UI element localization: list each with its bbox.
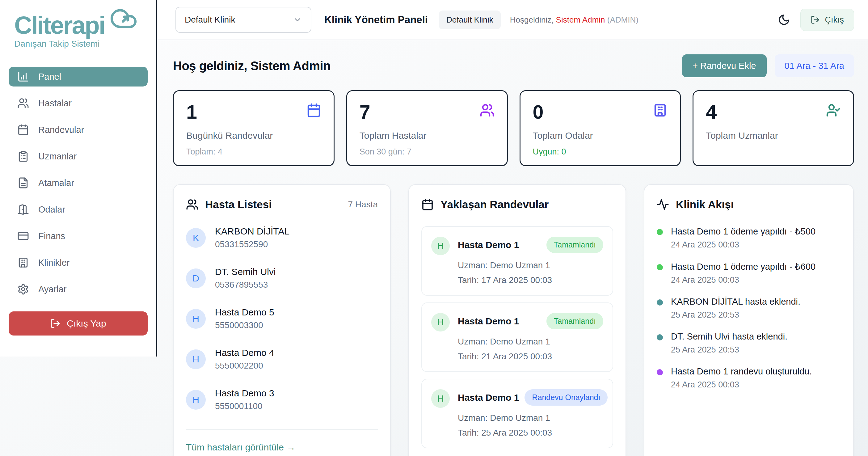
logout-icon — [50, 318, 61, 329]
sidebar-item-hastalar[interactable]: Hastalar — [9, 93, 148, 113]
appointment-patient-name: Hasta Demo 1 — [458, 316, 519, 327]
stat-card-total-experts: 4 Toplam Uzmanlar — [692, 90, 854, 166]
clinic-select[interactable]: Default Klinik — [176, 7, 311, 33]
patient-name: DT. Semih Ulvi — [215, 267, 276, 277]
avatar: H — [431, 389, 450, 408]
dashboard-panels: Hasta Listesi 7 Hasta K KARBON DİJİTAL 0… — [173, 184, 854, 456]
appointment-patient-name: Hasta Demo 1 — [458, 392, 519, 403]
user-check-icon — [826, 103, 841, 118]
logout-button[interactable]: Çıkış Yap — [9, 311, 148, 336]
sidebar-item-finans[interactable]: Finans — [9, 226, 148, 246]
clinic-flow-header: Klinik Akışı — [657, 198, 841, 211]
stat-cards: 1 Bugünkü Randevular Toplam: 4 7 Toplam … — [173, 90, 854, 166]
patient-list-item: H Hasta Demo 3 5550001100 — [186, 388, 378, 411]
patient-count-label: 7 Hasta — [348, 200, 378, 210]
avatar: H — [186, 390, 206, 410]
appointment-date: Tarih: 21 Ara 2025 00:03 — [458, 352, 603, 361]
activity-time: 25 Ara 2025 20:53 — [671, 345, 787, 355]
avatar: K — [186, 228, 206, 248]
sidebar-item-label: Ayarlar — [38, 284, 66, 295]
clipboard-list-icon — [17, 150, 29, 162]
stat-card-todays-appointments: 1 Bugünkü Randevular Toplam: 4 — [173, 90, 335, 166]
stat-label: Toplam Hastalar — [360, 130, 495, 141]
appointment-expert: Uzman: Demo Uzman 1 — [458, 337, 603, 346]
calendar-icon — [421, 198, 434, 211]
avatar: H — [186, 309, 206, 329]
main-content: Hoş geldiniz, Sistem Admin + Randevu Ekl… — [158, 41, 868, 456]
page-title: Klinik Yönetim Paneli — [324, 14, 428, 26]
activity-item: Hasta Demo 1 ödeme yapıldı - ₺600 24 Ara… — [657, 262, 841, 285]
view-all-patients-link[interactable]: Tüm hastaları görüntüle → — [186, 442, 296, 453]
avatar: H — [431, 237, 450, 255]
patient-name: KARBON DİJİTAL — [215, 226, 289, 237]
patient-list-footer: Tüm hastaları görüntüle → — [186, 429, 378, 453]
patient-name: Hasta Demo 3 — [215, 388, 274, 398]
welcome-user-name: Sistem Admin — [556, 15, 605, 24]
chevron-down-icon — [293, 15, 302, 24]
sidebar-item-klinikler[interactable]: Klinikler — [9, 253, 148, 272]
activity-time: 25 Ara 2025 20:53 — [671, 310, 800, 320]
activity-icon — [657, 198, 669, 211]
header-actions: + Randevu Ekle 01 Ara - 31 Ara — [682, 54, 854, 77]
stat-label: Toplam Uzmanlar — [706, 130, 841, 141]
activity-text: Hasta Demo 1 randevu oluşturuldu. — [671, 366, 812, 376]
bar-chart-icon — [17, 71, 29, 83]
stat-card-total-patients: 7 Toplam Hastalar Son 30 gün: 7 — [346, 90, 508, 166]
status-dot — [657, 334, 663, 340]
stat-sub: Son 30 gün: 7 — [360, 147, 495, 157]
patient-list-item: H Hasta Demo 5 5550003300 — [186, 307, 378, 330]
activity-text: Hasta Demo 1 ödeme yapıldı - ₺600 — [671, 262, 815, 272]
users-icon — [17, 97, 29, 109]
status-dot — [657, 264, 663, 270]
patient-phone: 5550003300 — [215, 321, 274, 330]
patient-list-panel: Hasta Listesi 7 Hasta K KARBON DİJİTAL 0… — [173, 184, 391, 456]
activity-item: Hasta Demo 1 ödeme yapıldı - ₺500 24 Ara… — [657, 226, 841, 250]
sidebar-item-uzmanlar[interactable]: Uzmanlar — [9, 146, 148, 166]
sidebar-item-label: Atamalar — [38, 178, 74, 188]
sidebar-item-label: Finans — [38, 231, 65, 241]
activity-item: DT. Semih Ulvi hasta eklendi. 25 Ara 202… — [657, 332, 841, 355]
sidebar-item-panel[interactable]: Panel — [9, 67, 148, 87]
sidebar-item-label: Uzmanlar — [38, 151, 76, 161]
add-appointment-button[interactable]: + Randevu Ekle — [682, 54, 767, 77]
file-text-icon — [17, 177, 29, 189]
stat-card-total-rooms: 0 Toplam Odalar Uygun: 0 — [520, 90, 681, 166]
appointment-card: H Hasta Demo 1 Randevu Onaylandı Uzman: … — [421, 379, 613, 448]
stat-sub: Uygun: 0 — [533, 147, 668, 157]
stat-label: Bugünkü Randevular — [186, 130, 321, 141]
cloud-arrow-icon — [106, 4, 142, 33]
patient-name: Hasta Demo 4 — [215, 347, 274, 358]
sidebar-item-label: Panel — [38, 72, 61, 82]
welcome-heading: Hoş geldiniz, Sistem Admin — [173, 59, 331, 73]
sidebar-item-atamalar[interactable]: Atamalar — [9, 173, 148, 193]
gear-icon — [17, 283, 29, 295]
status-dot — [657, 369, 663, 375]
topbar: Default Klinik Klinik Yönetim Paneli Def… — [158, 0, 868, 40]
appointment-expert: Uzman: Demo Uzman 1 — [458, 261, 603, 270]
topbar-logout-button[interactable]: Çıkış — [800, 9, 854, 31]
stat-sub: Toplam: 4 — [186, 147, 321, 157]
appointment-card: H Hasta Demo 1 Tamamlandı Uzman: Demo Uz… — [421, 226, 613, 296]
date-range-chip[interactable]: 01 Ara - 31 Ara — [775, 54, 854, 77]
sidebar-item-odalar[interactable]: Odalar — [9, 200, 148, 219]
content-header: Hoş geldiniz, Sistem Admin + Randevu Ekl… — [173, 54, 854, 77]
activity-item: Hasta Demo 1 randevu oluşturuldu. 24 Ara… — [657, 366, 841, 390]
welcome-line: Hoşgeldiniz, Sistem Admin (ADMIN) — [510, 15, 639, 25]
sidebar-item-randevular[interactable]: Randevular — [9, 120, 148, 140]
activity-time: 24 Ara 2025 00:03 — [671, 275, 815, 285]
theme-toggle-button[interactable] — [776, 11, 792, 28]
stat-value: 1 — [186, 102, 321, 122]
building-icon — [17, 257, 29, 269]
sidebar-item-label: Randevular — [38, 125, 84, 135]
avatar: H — [431, 313, 450, 332]
sidebar-item-ayarlar[interactable]: Ayarlar — [9, 279, 148, 299]
stat-label: Toplam Odalar — [533, 130, 668, 141]
stat-value: 7 — [360, 102, 495, 122]
users-icon — [480, 103, 495, 118]
patient-phone: 05331552590 — [215, 239, 289, 249]
sidebar: Cliterapi Danışan Takip Sistemi Panel Ha… — [0, 0, 157, 357]
clinic-flow-panel: Klinik Akışı Hasta Demo 1 ödeme yapıldı … — [644, 184, 854, 456]
patient-list-item: D DT. Semih Ulvi 05367895553 — [186, 267, 378, 290]
appointment-card: H Hasta Demo 1 Tamamlandı Uzman: Demo Uz… — [421, 302, 613, 372]
stat-value: 4 — [706, 102, 841, 122]
